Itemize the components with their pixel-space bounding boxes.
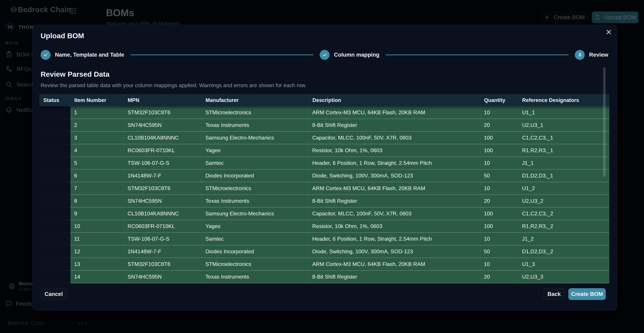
table-row[interactable]: 13 STM32F103C8T6 STMicroelectronics ARM …	[40, 258, 609, 271]
row-status-cell	[40, 271, 70, 283]
stepper: Name, Template and Table Column mapping …	[40, 50, 608, 60]
row-quantity-cell: 10	[480, 157, 518, 170]
table-body: 1 STM32F103C8T6 STMicroelectronics ARM C…	[40, 106, 609, 283]
step-connector	[130, 54, 314, 55]
row-description-cell: Header, 6 Position, 1 Row, Straight, 2.5…	[308, 233, 480, 245]
row-status-cell	[40, 208, 70, 220]
table-row[interactable]: 9 CL10B104KA8NNNC Samsung Electro-Mechan…	[40, 208, 609, 220]
column-header-mpn: MPN	[124, 94, 202, 106]
row-description-cell: Resistor, 10k Ohm, 1%, 0603	[308, 220, 480, 233]
step-connector	[386, 54, 569, 55]
parsed-data-table: Status Item Number MPN Manufacturer Desc…	[40, 94, 609, 284]
row-status-cell	[40, 170, 70, 182]
table-row[interactable]: 8 SN74HC595N Texas Instruments 8-Bit Shi…	[40, 195, 609, 208]
row-refdes-cell: C1,C2,C3,_2	[518, 208, 609, 220]
row-quantity-cell: 20	[480, 195, 518, 208]
table-row[interactable]: 10 RC0603FR-0710KL Yageo Resistor, 10k O…	[40, 220, 609, 233]
row-item-number-cell: 12	[70, 245, 124, 258]
row-description-cell: 8-Bit Shift Register	[308, 195, 480, 208]
row-description-cell: ARM Cortex-M3 MCU, 64KB Flash, 20KB RAM	[308, 258, 480, 271]
table-row[interactable]: 6 1N4148W-7-F Diodes Incorporated Diode,…	[40, 170, 609, 182]
row-manufacturer-cell: STMicroelectronics	[202, 106, 308, 119]
row-mpn-cell: TSW-106-07-G-S	[124, 157, 202, 170]
row-description-cell: 8-Bit Shift Register	[308, 271, 480, 283]
row-quantity-cell: 100	[480, 220, 518, 233]
cancel-button[interactable]: Cancel	[40, 288, 67, 300]
step-review[interactable]: 3 Review	[575, 50, 608, 60]
column-header-description: Description	[309, 94, 480, 106]
row-mpn-cell: SN74HC595N	[124, 195, 202, 208]
row-refdes-cell: R1,R2,R3,_1	[518, 144, 609, 157]
row-mpn-cell: STM32F103C8T6	[124, 106, 202, 119]
row-item-number-cell: 4	[70, 144, 124, 157]
table-row[interactable]: 7 STM32F103C8T6 STMicroelectronics ARM C…	[40, 182, 609, 195]
row-status-cell	[40, 132, 70, 144]
step-name-template-table[interactable]: Name, Template and Table	[40, 50, 124, 60]
step-column-mapping[interactable]: Column mapping	[320, 50, 379, 60]
row-refdes-cell: U1_1	[518, 106, 609, 119]
row-status-cell	[40, 106, 70, 119]
row-status-cell	[40, 195, 70, 208]
create-bom-submit-button[interactable]: Create BOM	[568, 288, 606, 300]
table-row[interactable]: 14 SN74HC595N Texas Instruments 8-Bit Sh…	[40, 271, 609, 283]
row-mpn-cell: CL10B104KA8NNNC	[124, 208, 202, 220]
row-manufacturer-cell: STMicroelectronics	[202, 182, 308, 195]
close-icon[interactable]: ✕	[606, 28, 612, 36]
row-mpn-cell: 1N4148W-7-F	[124, 170, 202, 182]
row-description-cell: Header, 6 Position, 1 Row, Straight, 2.5…	[308, 157, 480, 170]
row-quantity-cell: 50	[480, 245, 518, 258]
row-manufacturer-cell: Yageo	[202, 220, 308, 233]
row-quantity-cell: 10	[480, 258, 518, 271]
row-status-cell	[40, 220, 70, 233]
table-row[interactable]: 2 SN74HC595N Texas Instruments 8-Bit Shi…	[40, 119, 609, 132]
column-header-reference-designators: Reference Designators	[518, 94, 609, 106]
row-manufacturer-cell: Diodes Incorporated	[202, 170, 308, 182]
row-status-cell	[40, 119, 70, 132]
table-row[interactable]: 5 TSW-106-07-G-S Samtec Header, 6 Positi…	[40, 157, 609, 170]
row-mpn-cell: SN74HC595N	[124, 271, 202, 283]
step-label: Name, Template and Table	[55, 52, 124, 58]
row-mpn-cell: TSW-106-07-G-S	[124, 233, 202, 245]
row-refdes-cell: J1_1	[518, 157, 609, 170]
row-refdes-cell: J1_2	[518, 233, 609, 245]
table-row[interactable]: 11 TSW-106-07-G-S Samtec Header, 6 Posit…	[40, 233, 609, 245]
row-status-cell	[40, 144, 70, 157]
row-description-cell: Resistor, 10k Ohm, 1%, 0603	[308, 144, 480, 157]
row-refdes-cell: C1,C2,C3,_1	[518, 132, 609, 144]
row-quantity-cell: 20	[480, 119, 518, 132]
step-label: Review	[589, 52, 608, 58]
row-description-cell: ARM Cortex-M3 MCU, 64KB Flash, 20KB RAM	[308, 106, 480, 119]
row-item-number-cell: 10	[70, 220, 124, 233]
table-row[interactable]: 1 STM32F103C8T6 STMicroelectronics ARM C…	[40, 106, 609, 119]
row-manufacturer-cell: Texas Instruments	[202, 119, 308, 132]
row-item-number-cell: 11	[70, 233, 124, 245]
row-quantity-cell: 100	[480, 144, 518, 157]
row-description-cell: Diode, Switching, 100V, 300mA, SOD-123	[308, 170, 480, 182]
row-refdes-cell: D1,D2,D3,_1	[518, 170, 609, 182]
row-mpn-cell: SN74HC595N	[124, 119, 202, 132]
row-item-number-cell: 14	[70, 271, 124, 283]
row-quantity-cell: 10	[480, 233, 518, 245]
table-row[interactable]: 4 RC0603FR-0710KL Yageo Resistor, 10k Oh…	[40, 144, 609, 157]
row-manufacturer-cell: Samtec	[202, 233, 308, 245]
row-mpn-cell: STM32F103C8T6	[124, 182, 202, 195]
row-quantity-cell: 10	[480, 182, 518, 195]
row-item-number-cell: 8	[70, 195, 124, 208]
row-mpn-cell: 1N4148W-7-F	[124, 245, 202, 258]
row-description-cell: 8-Bit Shift Register	[308, 119, 480, 132]
back-button[interactable]: Back	[543, 288, 565, 300]
row-description-cell: Capacitor, MLCC, 100nF, 50V, X7R, 0603	[308, 132, 480, 144]
row-refdes-cell: U2,U3_3	[518, 271, 609, 283]
scrollbar-thumb[interactable]	[603, 67, 606, 177]
row-status-cell	[40, 233, 70, 245]
table-row[interactable]: 3 CL10B104KA8NNNC Samsung Electro-Mechan…	[40, 132, 609, 144]
row-item-number-cell: 1	[70, 106, 124, 119]
row-mpn-cell: STM32F103C8T6	[124, 258, 202, 271]
row-mpn-cell: CL10B104KA8NNNC	[124, 132, 202, 144]
column-header-status: Status	[40, 94, 70, 106]
column-header-item-number: Item Number	[70, 94, 124, 106]
row-refdes-cell: U2,U3_2	[518, 195, 609, 208]
row-status-cell	[40, 182, 70, 195]
modal-title: Upload BOM	[40, 32, 84, 40]
table-row[interactable]: 12 1N4148W-7-F Diodes Incorporated Diode…	[40, 245, 609, 258]
